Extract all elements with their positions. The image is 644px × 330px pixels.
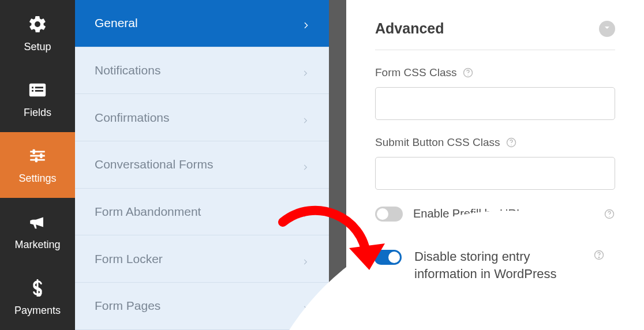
settings-item-label: General xyxy=(95,16,138,30)
nav-setup[interactable]: Setup xyxy=(0,0,75,66)
settings-item-form-locker[interactable]: Form Locker xyxy=(75,235,329,283)
disable-entries-toggle-row: Disable storing entry information in Wor… xyxy=(374,248,622,282)
megaphone-icon xyxy=(27,211,48,233)
settings-item-notifications[interactable]: Notifications xyxy=(75,47,329,95)
svg-rect-1 xyxy=(32,87,33,88)
submit-css-input[interactable] xyxy=(375,157,615,190)
settings-item-label: Form Pages xyxy=(95,299,160,313)
gear-icon xyxy=(27,13,48,35)
settings-submenu: General Notifications Confirmations Conv… xyxy=(75,0,329,330)
prefill-toggle-label: Enable Prefill by URL xyxy=(413,206,593,222)
nav-fields-label: Fields xyxy=(24,107,51,119)
submit-css-label: Submit Button CSS Class xyxy=(375,136,500,149)
chevron-right-icon xyxy=(301,66,309,74)
nav-settings[interactable]: Settings xyxy=(0,132,75,198)
dollar-icon xyxy=(27,277,48,299)
chevron-right-icon xyxy=(301,114,309,122)
panel-title: Advanced xyxy=(375,20,444,37)
submit-css-field: Submit Button CSS Class xyxy=(375,136,615,190)
svg-rect-4 xyxy=(35,90,43,92)
help-icon[interactable] xyxy=(604,208,615,220)
prefill-toggle[interactable] xyxy=(375,207,403,222)
settings-item-general[interactable]: General xyxy=(75,0,329,47)
form-css-label: Form CSS Class xyxy=(375,66,456,79)
settings-item-label: Confirmations xyxy=(95,111,170,125)
settings-item-label: Form Locker xyxy=(95,252,163,266)
svg-rect-8 xyxy=(35,158,38,163)
help-icon[interactable] xyxy=(506,137,517,148)
form-css-input[interactable] xyxy=(375,87,615,120)
help-icon[interactable] xyxy=(593,249,605,261)
svg-rect-6 xyxy=(33,149,35,155)
nav-settings-label: Settings xyxy=(18,172,56,185)
nav-fields[interactable]: Fields xyxy=(0,66,75,132)
chevron-right-icon xyxy=(301,208,309,216)
settings-item-confirmations[interactable]: Confirmations xyxy=(75,94,329,141)
sliders-icon xyxy=(27,145,48,167)
chevron-right-icon xyxy=(301,19,309,27)
settings-item-label: Notifications xyxy=(95,63,160,77)
svg-rect-3 xyxy=(32,90,33,92)
chevron-right-icon xyxy=(301,255,309,263)
svg-point-14 xyxy=(609,216,609,216)
svg-point-16 xyxy=(598,257,599,258)
settings-item-form-abandonment[interactable]: Form Abandonment xyxy=(75,189,329,236)
prefill-toggle-row: Enable Prefill by URL xyxy=(375,206,615,222)
settings-item-label: Conversational Forms xyxy=(95,158,213,171)
help-icon[interactable] xyxy=(462,67,474,78)
nav-marketing[interactable]: Marketing xyxy=(0,198,75,264)
divider-gap xyxy=(329,0,346,330)
settings-item-form-pages[interactable]: Form Pages xyxy=(75,283,329,330)
disable-entries-toggle-label: Disable storing entry information in Wor… xyxy=(414,248,587,282)
collapse-button[interactable] xyxy=(599,21,615,37)
svg-point-10 xyxy=(468,75,469,76)
chevron-down-icon xyxy=(602,23,612,35)
form-css-field: Form CSS Class xyxy=(375,66,615,120)
chevron-right-icon xyxy=(301,302,309,310)
svg-rect-2 xyxy=(35,87,43,88)
settings-item-conversational-forms[interactable]: Conversational Forms xyxy=(75,141,329,189)
nav-payments-label: Payments xyxy=(14,305,61,317)
nav-setup-label: Setup xyxy=(24,41,51,53)
svg-point-12 xyxy=(511,145,512,145)
list-icon xyxy=(27,79,48,101)
chevron-right-icon xyxy=(301,160,309,168)
settings-item-label: Form Abandonment xyxy=(95,205,201,219)
disable-entries-toggle[interactable] xyxy=(374,250,402,265)
nav-marketing-label: Marketing xyxy=(14,239,60,251)
nav-payments[interactable]: Payments xyxy=(0,264,75,330)
svg-rect-7 xyxy=(40,153,42,159)
primary-nav: Setup Fields Settings Marketing Payments xyxy=(0,0,75,330)
